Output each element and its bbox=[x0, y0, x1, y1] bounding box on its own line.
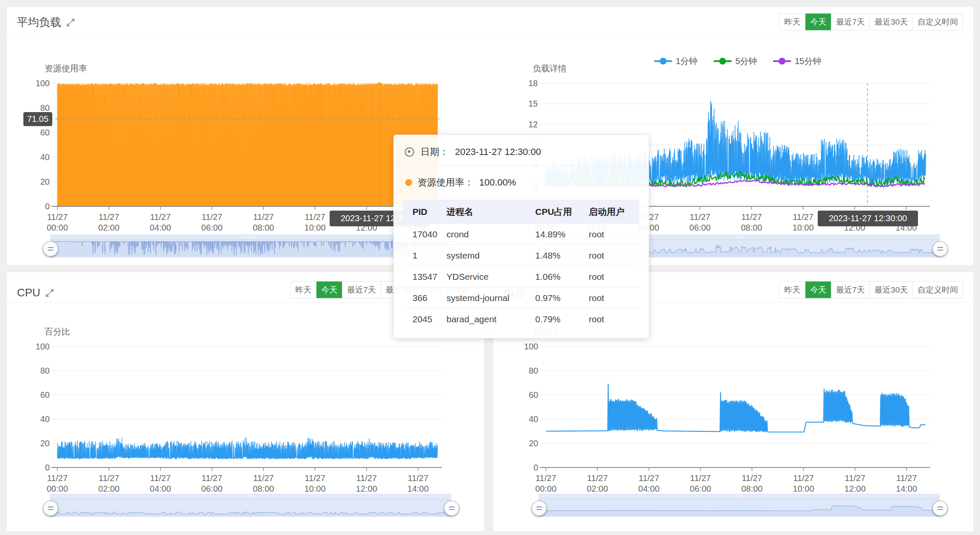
load-time-range-group: 昨天今天最近7天最近30天自定义时间 bbox=[779, 13, 963, 31]
svg-text:04:00: 04:00 bbox=[638, 484, 660, 493]
svg-text:11/27: 11/27 bbox=[99, 473, 119, 483]
resource-usage-datazoom-slider[interactable] bbox=[50, 234, 451, 257]
svg-text:12:00: 12:00 bbox=[844, 484, 866, 493]
time-range-button-2[interactable]: 最近7天 bbox=[831, 282, 870, 298]
process-cell: root bbox=[589, 229, 639, 239]
svg-text:11/27: 11/27 bbox=[690, 212, 711, 222]
process-cell: 17040 bbox=[412, 229, 446, 239]
expand-icon[interactable] bbox=[45, 288, 55, 298]
datazoom-svg bbox=[50, 234, 451, 257]
svg-text:08:00: 08:00 bbox=[253, 223, 274, 232]
svg-text:20: 20 bbox=[529, 439, 538, 448]
datazoom-handle-right[interactable] bbox=[932, 241, 948, 256]
clock-target-icon bbox=[405, 147, 414, 157]
svg-text:60: 60 bbox=[40, 390, 50, 400]
svg-text:06:00: 06:00 bbox=[689, 223, 711, 232]
time-range-button-2[interactable]: 最近7天 bbox=[831, 14, 870, 30]
process-table-header: PID进程名CPU占用启动用户 bbox=[403, 200, 639, 224]
tooltip-date-value: 2023-11-27 12:30:00 bbox=[455, 146, 541, 158]
svg-text:04:00: 04:00 bbox=[150, 223, 171, 232]
svg-text:11/27: 11/27 bbox=[845, 473, 866, 483]
series-color-dot bbox=[405, 179, 412, 186]
process-cell: 2045 bbox=[412, 314, 446, 324]
expand-icon[interactable] bbox=[65, 17, 76, 28]
svg-text:11/27: 11/27 bbox=[742, 473, 763, 483]
time-range-button-1[interactable]: 今天 bbox=[316, 282, 342, 298]
svg-text:10:00: 10:00 bbox=[304, 223, 325, 232]
cpu-usage-chart[interactable]: 02040608010011/2700:0011/2702:0011/2704:… bbox=[25, 317, 467, 495]
y-axis-pointer-badge: 71.05 bbox=[23, 112, 52, 126]
svg-text:11/27: 11/27 bbox=[536, 473, 556, 483]
datazoom-handle-right[interactable] bbox=[932, 501, 948, 516]
svg-text:08:00: 08:00 bbox=[741, 484, 763, 493]
time-range-button-1[interactable]: 今天 bbox=[805, 282, 831, 298]
time-range-button-3[interactable]: 最近30天 bbox=[870, 14, 912, 30]
svg-text:04:00: 04:00 bbox=[150, 484, 171, 493]
mem-usage-svg: 02040608010011/2700:0011/2702:0011/2704:… bbox=[522, 317, 951, 495]
process-cell: systemd-journal bbox=[446, 293, 535, 303]
svg-text:80: 80 bbox=[529, 366, 538, 375]
tooltip-divider bbox=[394, 166, 649, 166]
svg-text:100: 100 bbox=[524, 342, 538, 351]
svg-text:11/27: 11/27 bbox=[305, 473, 325, 483]
time-range-button-4[interactable]: 自定义时间 bbox=[912, 282, 963, 298]
chart-title: 资源使用率 bbox=[45, 64, 87, 73]
tooltip-date-label: 日期： bbox=[421, 146, 449, 158]
svg-text:08:00: 08:00 bbox=[741, 223, 762, 232]
grid-lines bbox=[51, 346, 442, 443]
load-panel-header: 平均负载 昨天今天最近7天最近30天自定义时间 bbox=[7, 7, 973, 34]
datazoom-handle-left[interactable] bbox=[43, 241, 58, 256]
cpu-panel-title: CPU bbox=[17, 286, 55, 299]
svg-text:02:00: 02:00 bbox=[98, 484, 119, 493]
memory-usage-chart[interactable]: 02040608010011/2700:0011/2702:0011/2704:… bbox=[522, 317, 951, 495]
datazoom-svg bbox=[539, 494, 940, 517]
hover-point-dot bbox=[377, 82, 381, 87]
process-cell: 13547 bbox=[412, 272, 446, 282]
y-axis-labels: 020406080100 bbox=[524, 342, 538, 472]
process-cell: 0.97% bbox=[535, 293, 589, 303]
process-row-4: 2045barad_agent0.79%root bbox=[403, 308, 639, 329]
svg-text:11/27: 11/27 bbox=[47, 212, 68, 222]
datazoom-handle-right[interactable] bbox=[444, 501, 459, 516]
svg-text:12:00: 12:00 bbox=[356, 484, 377, 493]
cpu-datazoom-slider[interactable] bbox=[50, 494, 451, 517]
memory-time-range-group: 昨天今天最近7天最近30天自定义时间 bbox=[779, 281, 963, 298]
process-cell: 1.06% bbox=[535, 272, 589, 282]
time-range-button-0[interactable]: 昨天 bbox=[779, 14, 805, 30]
svg-text:0: 0 bbox=[45, 202, 50, 211]
process-cell: root bbox=[589, 293, 639, 303]
svg-text:11/27: 11/27 bbox=[99, 212, 119, 222]
svg-text:11/27: 11/27 bbox=[690, 473, 711, 483]
svg-text:06:00: 06:00 bbox=[201, 484, 223, 493]
time-range-button-2[interactable]: 最近7天 bbox=[342, 282, 381, 298]
process-cell: systemd bbox=[446, 251, 535, 261]
chart-title: 负载详情 bbox=[533, 64, 567, 73]
svg-text:11/27: 11/27 bbox=[741, 212, 762, 222]
memory-datazoom-slider[interactable] bbox=[539, 494, 940, 517]
svg-text:40: 40 bbox=[529, 414, 538, 424]
load-panel-title-text: 平均负载 bbox=[17, 15, 61, 30]
svg-text:20: 20 bbox=[40, 177, 50, 186]
svg-text:08:00: 08:00 bbox=[253, 484, 274, 493]
svg-text:02:00: 02:00 bbox=[98, 223, 119, 232]
svg-text:06:00: 06:00 bbox=[201, 223, 223, 232]
process-table: PID进程名CPU占用启动用户17040crond14.89%root1syst… bbox=[403, 200, 639, 329]
svg-text:40: 40 bbox=[40, 414, 50, 424]
svg-text:11/27: 11/27 bbox=[202, 473, 223, 483]
time-range-button-4[interactable]: 自定义时间 bbox=[912, 14, 963, 30]
load-panel-title: 平均负载 bbox=[17, 15, 76, 30]
svg-text:14:00: 14:00 bbox=[896, 484, 917, 493]
cpu-panel-title-text: CPU bbox=[17, 286, 40, 299]
time-range-button-0[interactable]: 昨天 bbox=[291, 282, 316, 298]
svg-text:02:00: 02:00 bbox=[587, 484, 608, 493]
datazoom-handle-left[interactable] bbox=[531, 501, 547, 516]
svg-text:0: 0 bbox=[45, 463, 50, 472]
svg-text:60: 60 bbox=[40, 128, 50, 137]
time-range-button-0[interactable]: 昨天 bbox=[779, 282, 805, 298]
process-cell: YDService bbox=[446, 272, 535, 282]
time-range-button-1[interactable]: 今天 bbox=[805, 14, 831, 30]
time-range-button-3[interactable]: 最近30天 bbox=[870, 282, 912, 298]
svg-text:11/27: 11/27 bbox=[638, 473, 659, 483]
svg-text:14:00: 14:00 bbox=[407, 484, 429, 493]
datazoom-handle-left[interactable] bbox=[43, 501, 58, 516]
